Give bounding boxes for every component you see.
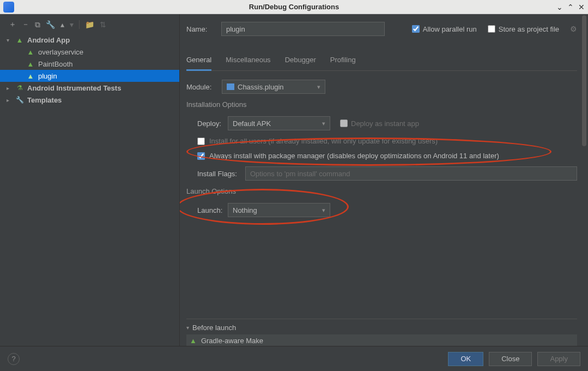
tabs: General Miscellaneous Debugger Profiling xyxy=(186,52,577,71)
tree-item-paintbooth[interactable]: ▲ PaintBooth xyxy=(0,58,179,70)
copy-icon[interactable]: ⧉ xyxy=(35,20,40,29)
launch-value: Nothing xyxy=(233,206,257,214)
maximize-icon[interactable]: ⌃ xyxy=(567,3,574,11)
name-label: Name: xyxy=(186,25,214,33)
ok-button[interactable]: OK xyxy=(448,352,483,366)
apply-button[interactable]: Apply xyxy=(537,352,580,366)
allow-parallel-box[interactable] xyxy=(412,25,420,33)
main-panel: Name: Allow parallel run Store as projec… xyxy=(180,14,588,346)
android-icon: ▲ xyxy=(26,60,35,68)
sidebar: ＋ － ⧉ 🔧 ▴ ▾ 📁 ⇅ ▾ ▲ Android App ▲ overla… xyxy=(0,14,180,346)
chevron-right-icon: ▸ xyxy=(7,97,13,103)
deploy-value: Default APK xyxy=(233,119,271,128)
before-launch-item[interactable]: ▲ Gradle-aware Make xyxy=(186,334,577,346)
tree-section-templates[interactable]: ▸ 🔧 Templates xyxy=(0,94,179,106)
sort-icon[interactable]: ⇅ xyxy=(100,20,106,29)
close-icon[interactable]: ✕ xyxy=(578,3,585,11)
always-pm-label: Always install with package manager (dis… xyxy=(209,152,499,160)
help-button[interactable]: ? xyxy=(8,353,20,365)
tree-label: Templates xyxy=(27,96,62,104)
tab-general[interactable]: General xyxy=(186,52,211,71)
down-icon[interactable]: ▾ xyxy=(70,20,74,29)
titlebar: Run/Debug Configurations ⌄ ⌃ ✕ xyxy=(0,0,588,14)
tree-label: plugin xyxy=(38,72,57,80)
store-project-checkbox[interactable]: Store as project file xyxy=(488,25,559,33)
before-launch-section: ▾ Before launch ▲ Gradle-aware Make xyxy=(186,319,577,346)
name-input[interactable] xyxy=(221,22,385,36)
launch-combo[interactable]: Nothing xyxy=(228,203,330,217)
gradle-icon: ▲ xyxy=(190,337,197,345)
tree-section-instrumented[interactable]: ▸ ⚗ Android Instrumented Tests xyxy=(0,82,179,94)
wrench-icon[interactable]: 🔧 xyxy=(46,20,55,29)
module-value: Chassis.plugin xyxy=(238,83,284,91)
footer: ? OK Close Apply xyxy=(0,346,588,371)
tree-item-overlayservice[interactable]: ▲ overlayservice xyxy=(0,46,179,58)
flags-label: Install Flags: xyxy=(197,170,245,178)
tree-label: PaintBooth xyxy=(38,60,73,68)
config-tree: ▾ ▲ Android App ▲ overlayservice ▲ Paint… xyxy=(0,34,179,346)
module-combo[interactable]: Chassis.plugin xyxy=(222,80,325,94)
before-launch-item-label: Gradle-aware Make xyxy=(201,337,263,345)
before-launch-label: Before launch xyxy=(192,324,236,332)
wrench-icon: 🔧 xyxy=(15,96,24,104)
always-pm-box[interactable] xyxy=(197,152,205,160)
deploy-combo[interactable]: Default APK xyxy=(228,116,330,130)
app-icon xyxy=(3,2,14,13)
toolbar-separator xyxy=(79,20,80,29)
install-flags-input[interactable] xyxy=(245,166,577,181)
tab-misc[interactable]: Miscellaneous xyxy=(226,52,270,70)
instant-app-box xyxy=(340,119,348,127)
chevron-down-icon[interactable]: ▾ xyxy=(186,325,189,331)
module-label: Module: xyxy=(186,83,222,91)
install-header: Installation Options xyxy=(186,100,577,109)
allow-parallel-label: Allow parallel run xyxy=(423,25,477,33)
instant-app-checkbox[interactable]: Deploy as instant app xyxy=(340,119,419,128)
scrollbar[interactable] xyxy=(581,15,587,346)
chevron-right-icon: ▸ xyxy=(7,85,13,91)
chevron-down-icon: ▾ xyxy=(7,37,13,43)
tab-profiling[interactable]: Profiling xyxy=(330,52,356,70)
all-users-label: Install for all users (if already instal… xyxy=(209,137,438,145)
tab-debugger[interactable]: Debugger xyxy=(285,52,316,70)
always-pm-checkbox[interactable]: Always install with package manager (dis… xyxy=(186,152,577,160)
android-icon: ▲ xyxy=(26,48,35,56)
minimize-icon[interactable]: ⌄ xyxy=(556,3,563,11)
android-icon: ▲ xyxy=(15,36,24,44)
folder-icon[interactable]: 📁 xyxy=(85,20,94,29)
deploy-label: Deploy: xyxy=(197,119,228,128)
tree-label: Android App xyxy=(27,36,70,44)
android-icon: ▲ xyxy=(26,72,35,80)
tree-label: Android Instrumented Tests xyxy=(27,84,121,92)
up-icon[interactable]: ▴ xyxy=(60,20,64,29)
instant-app-label: Deploy as instant app xyxy=(351,119,419,128)
all-users-box[interactable] xyxy=(197,137,205,145)
tree-item-plugin[interactable]: ▲ plugin xyxy=(0,70,179,82)
gear-icon[interactable]: ⚙ xyxy=(570,25,577,33)
store-project-label: Store as project file xyxy=(499,25,559,33)
launch-header: Launch Options xyxy=(186,187,577,195)
scrollbar-thumb[interactable] xyxy=(582,15,586,146)
allow-parallel-checkbox[interactable]: Allow parallel run xyxy=(412,25,477,33)
launch-label: Launch: xyxy=(197,206,228,214)
tree-section-android-app[interactable]: ▾ ▲ Android App xyxy=(0,34,179,46)
sidebar-toolbar: ＋ － ⧉ 🔧 ▴ ▾ 📁 ⇅ xyxy=(0,17,179,34)
tree-label: overlayservice xyxy=(38,48,83,56)
store-project-box[interactable] xyxy=(488,25,495,33)
add-icon[interactable]: ＋ xyxy=(9,20,16,29)
flask-icon: ⚗ xyxy=(15,84,24,92)
install-all-users-checkbox[interactable]: Install for all users (if already instal… xyxy=(186,137,577,145)
close-button[interactable]: Close xyxy=(489,352,532,366)
window-title: Run/Debug Configurations xyxy=(249,3,339,11)
remove-icon[interactable]: － xyxy=(22,20,29,29)
